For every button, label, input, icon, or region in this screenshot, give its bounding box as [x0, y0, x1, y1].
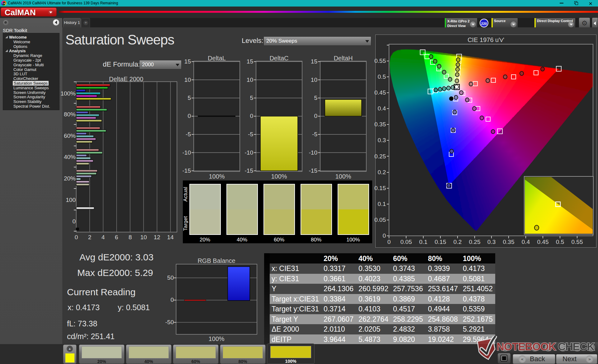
- svg-text:CHECK: CHECK: [558, 340, 595, 352]
- svg-text:NOTEBOOK: NOTEBOOK: [496, 340, 556, 352]
